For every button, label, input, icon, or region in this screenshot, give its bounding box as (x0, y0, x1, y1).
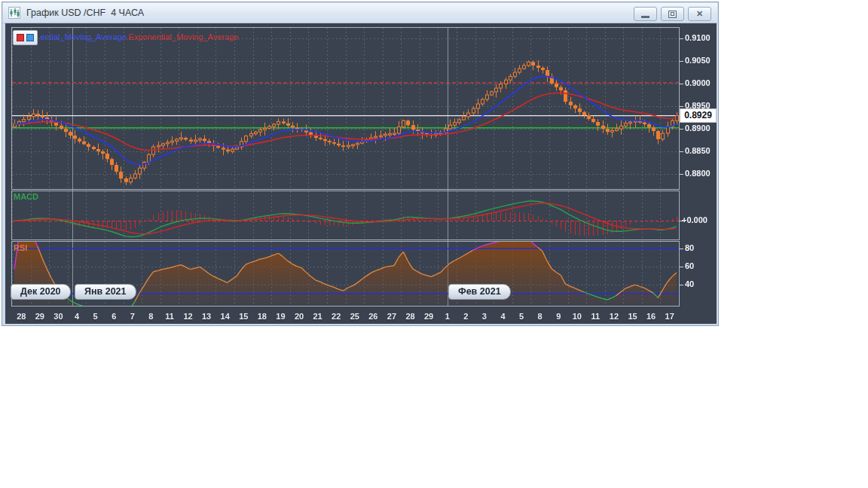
day-tick-label: 26 (368, 312, 377, 321)
day-tick-label: 4 (75, 312, 79, 321)
indicator-legend-buttons[interactable] (13, 30, 38, 45)
day-tick-label: 15 (239, 312, 248, 321)
day-tick-label: 29 (35, 312, 44, 321)
day-tick-label: 4 (500, 312, 505, 321)
close-button[interactable]: ✕ (688, 7, 711, 21)
price-tick-label: 0.8850 (685, 146, 711, 155)
day-tick-label: 29 (424, 312, 433, 321)
month-marker-label: Дек 2020 (11, 284, 71, 300)
price-tick-label: 0.8900 (685, 124, 711, 133)
macd-zero-label: +0.000 (682, 215, 708, 224)
month-marker-label: Янв 2021 (75, 284, 136, 300)
title-bar[interactable]: График USD /CHF 4 ЧАСА ✕ (3, 3, 717, 23)
rsi-panel-label: RSI (14, 243, 27, 252)
macd-panel-label: MACD (14, 192, 38, 201)
ema-red-label: Exponential_Moving_Average (129, 32, 239, 41)
price-tick-label: 0.9100 (685, 33, 711, 42)
day-tick-label: 15 (628, 312, 637, 321)
day-tick-label: 10 (573, 312, 582, 321)
day-tick-label: 18 (258, 312, 267, 321)
day-tick-label: 19 (276, 312, 285, 321)
day-tick-label: 12 (183, 312, 192, 321)
day-tick-label: 11 (165, 312, 174, 321)
day-tick-label: 11 (591, 312, 601, 321)
minimize-button[interactable] (634, 7, 657, 21)
close-icon: ✕ (696, 10, 703, 18)
day-tick-label: 16 (646, 312, 656, 321)
day-tick-label: 17 (665, 312, 674, 321)
day-tick-label: 30 (53, 312, 63, 321)
day-tick-label: 22 (332, 312, 341, 321)
indicator-legend: ential_Moving_Average.Exponential_Moving… (40, 32, 239, 41)
candlestick-chart-icon (8, 7, 22, 19)
day-tick-label: 20 (295, 312, 304, 321)
rsi-tick-label: 60 (685, 261, 694, 270)
day-tick-label: 27 (387, 312, 396, 321)
ema-red-swatch-icon (17, 34, 24, 41)
rsi-tick-label: 40 (685, 279, 694, 288)
current-price-badge: 0.8929 (680, 108, 717, 123)
restore-button[interactable] (661, 7, 684, 21)
day-tick-label: 2 (463, 312, 468, 321)
day-tick-label: 28 (405, 312, 414, 321)
price-tick-label: 0.8800 (685, 169, 711, 178)
day-tick-label: 3 (482, 312, 487, 321)
day-tick-label: 12 (610, 312, 619, 321)
price-tick-label: 0.9000 (685, 78, 711, 87)
day-tick-label: 1 (445, 312, 450, 321)
day-tick-label: 25 (350, 312, 359, 321)
chart-client-area: ential_Moving_Average.Exponential_Moving… (5, 23, 717, 324)
day-tick-label: 5 (93, 312, 98, 321)
day-tick-label: 21 (313, 312, 322, 321)
ema-blue-swatch-icon (26, 34, 34, 41)
rsi-tick-label: 80 (685, 243, 694, 252)
day-tick-label: 5 (519, 312, 524, 321)
day-tick-label: 7 (130, 312, 135, 321)
day-tick-label: 13 (202, 312, 211, 321)
day-tick-label: 28 (17, 312, 26, 321)
restore-icon (668, 11, 677, 18)
ema-blue-label: ential_Moving_Average (40, 32, 127, 41)
day-tick-label: 6 (112, 312, 116, 321)
window-controls: ✕ (634, 7, 711, 21)
chart-window: График USD /CHF 4 ЧАСА ✕ ential_Moving_A… (2, 2, 719, 326)
price-tick-label: 0.9050 (685, 56, 711, 65)
chart-canvas[interactable] (5, 23, 717, 324)
day-tick-label: 14 (221, 312, 230, 321)
window-title: График USD /CHF 4 ЧАСА (26, 8, 144, 18)
day-tick-label: 8 (538, 312, 542, 321)
minimize-icon (641, 16, 649, 18)
day-tick-label: 8 (148, 312, 153, 321)
day-tick-label: 9 (556, 312, 561, 321)
month-marker-label: Фев 2021 (448, 284, 511, 300)
